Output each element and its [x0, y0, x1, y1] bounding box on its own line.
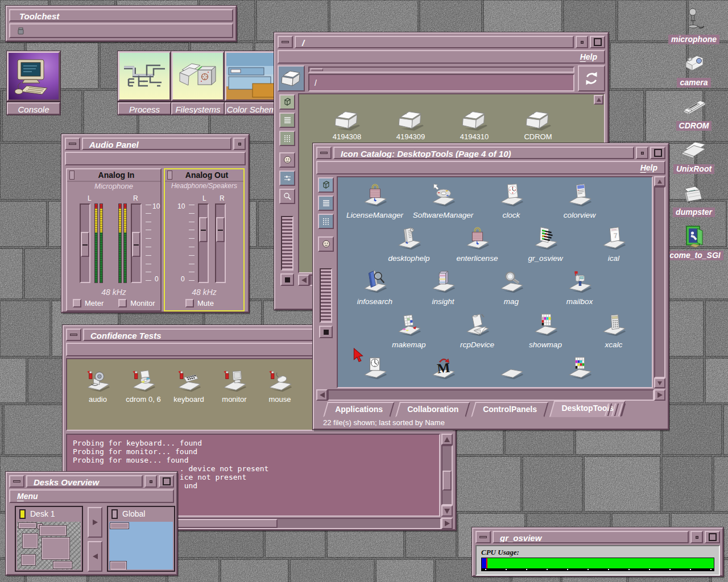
recycle-button[interactable] [578, 65, 605, 92]
desk-thumbnail-global[interactable]: Global [107, 506, 175, 572]
folder-item[interactable]: CDROM [506, 107, 570, 141]
catalog-icon[interactable]: SoftwareManager [410, 182, 476, 219]
catalog-icon[interactable]: showmap [512, 311, 578, 349]
move-window-left-button[interactable] [88, 541, 102, 572]
vertical-scrollbar[interactable] [654, 176, 665, 388]
list-view-button[interactable] [318, 196, 334, 211]
maximize-button[interactable] [650, 147, 665, 159]
scroll-left-button[interactable] [316, 389, 328, 401]
desktop-shortcut[interactable]: Filesystems [171, 51, 225, 115]
minimize-button[interactable] [278, 36, 293, 48]
device-test-item[interactable]: monitor [212, 367, 257, 431]
catalog-icon[interactable]: makemap [376, 311, 442, 349]
desktop-icon[interactable]: CDROM [662, 88, 726, 131]
catalog-icon[interactable]: infosearch [342, 268, 408, 306]
scroll-down-button[interactable] [654, 378, 665, 388]
desktop-shortcut[interactable]: Console [7, 51, 60, 115]
catalog-icon[interactable]: colorview [547, 182, 613, 219]
window-title[interactable]: Audio Panel [82, 138, 231, 150]
desktop-icon[interactable]: UnixRoot [662, 131, 726, 174]
desktop-shortcut[interactable]: Color Schem [225, 51, 278, 115]
filter-button[interactable] [279, 171, 295, 186]
catalog-icon[interactable]: ical [581, 225, 647, 263]
checkbox[interactable] [73, 299, 81, 307]
icon-grid-viewport[interactable]: LicenseManager SoftwareManager clock col… [337, 176, 653, 388]
scroll-down-button[interactable] [441, 505, 453, 517]
desk-indicator[interactable] [111, 509, 118, 519]
folder-item[interactable]: 4194310 [442, 107, 506, 141]
catalog-icon[interactable]: mag [478, 268, 544, 306]
device-test-item[interactable]: cdrom 0, 6 [121, 367, 166, 431]
scroll-thumb[interactable] [442, 471, 452, 490]
menu-item-help[interactable]: Help [580, 52, 597, 61]
scroll-up-button[interactable] [594, 95, 603, 105]
restore-button[interactable] [233, 138, 246, 150]
catalog-icon[interactable] [410, 355, 476, 384]
restore-button[interactable] [690, 531, 703, 543]
catalog-icon[interactable]: clock [478, 182, 544, 219]
people-view-button[interactable] [279, 152, 295, 168]
restore-button[interactable] [576, 36, 588, 48]
desktop-icon[interactable]: camera [662, 44, 726, 88]
toolchest-jar-icon[interactable] [16, 26, 26, 36]
move-window-right-button[interactable] [88, 507, 102, 538]
catalog-icon[interactable]: xcalc [581, 311, 647, 349]
catalog-icon[interactable] [478, 355, 544, 384]
desktop-shortcut[interactable]: Process [118, 51, 171, 115]
desktop-icon[interactable]: lcome_to_SGI [662, 217, 726, 260]
catalog-icon[interactable]: desktophelp [376, 225, 442, 263]
current-folder-button[interactable] [278, 65, 305, 92]
catalog-icon[interactable]: enterlicense [444, 225, 510, 263]
checkbox[interactable] [185, 299, 194, 307]
toolchest-title[interactable]: Toolchest [9, 9, 233, 22]
restore-button[interactable] [636, 147, 648, 159]
minimize-button[interactable] [65, 138, 80, 150]
minimize-button[interactable] [316, 147, 332, 159]
window-title[interactable]: Icon Catalog: DesktopTools (Page 4 of 10… [333, 147, 634, 159]
list-view-button[interactable] [279, 113, 295, 128]
scroll-right-button[interactable] [654, 389, 665, 401]
device-test-item[interactable]: audio [75, 367, 121, 431]
small-icon-view-button[interactable] [318, 214, 334, 229]
small-icon-view-button[interactable] [279, 131, 295, 146]
device-test-item[interactable]: keyboard [166, 367, 212, 431]
path-field[interactable]: / [308, 74, 574, 92]
catalog-icon[interactable] [342, 355, 408, 384]
scroll-up-button[interactable] [654, 176, 665, 186]
minimize-button[interactable] [475, 531, 491, 543]
window-title[interactable]: gr_osview [493, 531, 689, 543]
active-desk-indicator[interactable] [19, 509, 26, 519]
checkbox[interactable] [118, 299, 127, 307]
minimize-button[interactable] [66, 329, 81, 341]
maximize-button[interactable] [590, 36, 605, 48]
home-scroll-button[interactable] [280, 273, 294, 286]
catalog-icon[interactable]: mailbox [547, 268, 613, 306]
search-button[interactable] [279, 189, 295, 204]
desktop-icon[interactable]: microphone [662, 1, 726, 44]
scroll-left-button[interactable] [298, 275, 309, 286]
output-gain-slider-left[interactable] [198, 203, 209, 283]
catalog-icon[interactable] [547, 355, 613, 384]
minimize-button[interactable] [9, 475, 24, 488]
catalog-tab[interactable]: Collaboration [395, 402, 470, 417]
horizontal-scrollbar[interactable] [316, 389, 665, 401]
scroll-thumbwheel[interactable] [281, 216, 293, 271]
restore-button[interactable] [144, 475, 157, 488]
icon-view-button[interactable] [318, 177, 334, 193]
output-gain-slider-right[interactable] [215, 203, 226, 283]
maximize-button[interactable] [705, 531, 720, 543]
panel-grip[interactable] [69, 171, 75, 180]
menu-item[interactable]: Menu [17, 492, 38, 501]
desk-thumbnail-desk1[interactable]: Desk 1 [15, 506, 83, 572]
panel-grip[interactable] [167, 171, 172, 180]
input-gain-slider-left[interactable] [80, 203, 90, 283]
catalog-tab[interactable]: ControlPanels [471, 402, 549, 417]
catalog-icon[interactable]: LicenseManager [342, 182, 408, 219]
catalog-icon[interactable]: gr_osview [512, 225, 578, 263]
window-title[interactable]: Desks Overview [26, 475, 143, 488]
catalog-icon[interactable]: rcpDevice [444, 311, 510, 349]
folder-item[interactable]: 4194308 [315, 107, 379, 141]
folder-item[interactable]: 4194309 [379, 107, 442, 141]
scroll-thumbwheel[interactable] [320, 268, 332, 323]
catalog-tab[interactable]: Applications [323, 402, 395, 417]
